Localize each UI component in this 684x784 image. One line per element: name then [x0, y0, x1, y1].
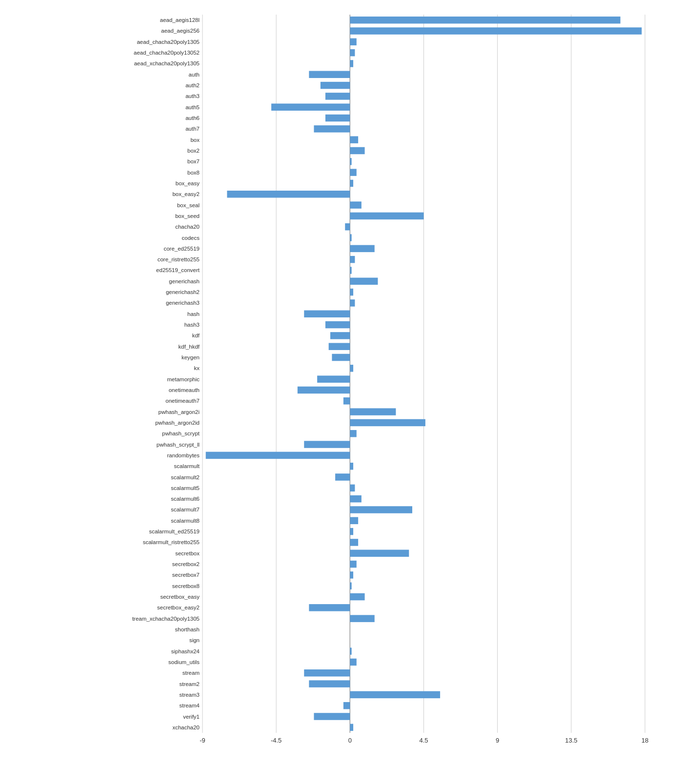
- bar: [350, 691, 440, 699]
- bar: [350, 278, 378, 285]
- y-axis-label: hash3: [184, 322, 200, 328]
- bar: [309, 680, 350, 687]
- y-axis-label: aead_aegis256: [161, 28, 200, 34]
- bar: [314, 713, 350, 720]
- bar: [350, 158, 351, 165]
- y-axis-label: box_easy: [176, 180, 200, 186]
- bar: [350, 517, 358, 525]
- y-axis-label: auth7: [185, 126, 200, 132]
- bar: [350, 213, 423, 220]
- y-axis-label: auth5: [185, 104, 200, 110]
- x-axis-tick-label: 18: [642, 737, 648, 744]
- y-axis-label: aead_chacha20poly13052: [134, 50, 200, 56]
- y-axis-label: shorthash: [175, 627, 200, 632]
- bar: [350, 506, 412, 513]
- bar: [350, 495, 362, 503]
- bar: [350, 136, 358, 143]
- bar: [350, 39, 356, 46]
- bar: [350, 561, 356, 568]
- bar: [271, 103, 350, 111]
- y-axis-label: secretbox7: [172, 572, 200, 578]
- y-axis-label: onetimeauth7: [165, 398, 200, 404]
- y-axis-label: box7: [187, 158, 200, 164]
- y-axis-label: sign: [189, 637, 200, 643]
- y-axis-label: scalarmult7: [171, 507, 200, 512]
- bar: [350, 245, 374, 253]
- y-axis-label: auth6: [185, 115, 200, 121]
- y-axis-label: auth: [189, 72, 200, 78]
- bar: [350, 571, 353, 579]
- bar: [325, 93, 350, 100]
- bar: [350, 463, 353, 470]
- bar: [329, 343, 350, 350]
- bar: [350, 408, 396, 415]
- bar: [350, 180, 353, 187]
- y-axis-label: scalarmult6: [171, 496, 200, 502]
- y-axis-label: stream4: [179, 703, 200, 708]
- y-axis-label: box_seed: [175, 213, 200, 219]
- y-axis-label: secretbox_easy: [160, 594, 200, 600]
- bar: [325, 115, 350, 122]
- y-axis-label: metamorphic: [167, 376, 200, 382]
- bar: [227, 191, 350, 198]
- y-axis-label: secretbox8: [172, 583, 200, 589]
- bar: [304, 310, 350, 317]
- bar: [350, 419, 425, 427]
- bar: [350, 365, 353, 372]
- bar: [350, 647, 351, 655]
- bar: [321, 82, 350, 89]
- bar: [350, 27, 642, 35]
- y-axis-label: box: [190, 137, 200, 143]
- bar: [350, 169, 356, 176]
- bar: [206, 452, 350, 459]
- bar: [350, 17, 620, 24]
- bar: [343, 397, 350, 405]
- bar: [350, 528, 353, 535]
- bar: [343, 702, 350, 709]
- bar: [350, 289, 353, 296]
- bar: [350, 615, 374, 622]
- y-axis-label: kdf: [192, 333, 200, 338]
- y-axis-label: hash: [187, 311, 200, 317]
- y-axis-label: kdf_hkdf: [179, 344, 200, 350]
- bar: [317, 375, 350, 383]
- x-axis-tick-label: 4.5: [419, 737, 428, 744]
- y-axis-label: core_ed25519: [163, 246, 200, 252]
- y-axis-label: scalarmult_ed25519: [149, 529, 200, 534]
- x-axis-tick-label: -9: [200, 737, 205, 744]
- y-axis-label: chacha20: [175, 224, 200, 230]
- chart-container: aead_aegis128laead_aegis256aead_chacha20…: [0, 0, 684, 784]
- y-axis-label: sodium_utils: [168, 659, 200, 665]
- y-axis-label: randombytes: [167, 452, 200, 458]
- y-axis-label: siphashx24: [171, 648, 200, 654]
- y-axis-label: pwhash_scrypt_ll: [157, 442, 200, 448]
- bar: [350, 60, 353, 67]
- x-axis-tick-label: 13.5: [565, 737, 577, 744]
- bar: [350, 299, 355, 307]
- y-axis-label: scalarmult: [174, 463, 200, 469]
- y-axis-label: scalarmult_ristretto255: [143, 539, 200, 545]
- y-axis-label: pwhash_argon2i: [159, 409, 200, 415]
- bar-chart: aead_aegis128laead_aegis256aead_chacha20…: [107, 10, 655, 755]
- y-axis-label: box_easy2: [172, 191, 200, 197]
- y-axis-label: generichash2: [166, 289, 200, 295]
- y-axis-label: stream2: [179, 681, 200, 687]
- y-axis-label: tream_xchacha20poly1305: [132, 616, 200, 622]
- y-axis-label: generichash: [169, 278, 200, 284]
- y-axis-label: kx: [194, 365, 200, 371]
- x-axis-tick-label: -4.5: [271, 737, 282, 744]
- y-axis-label: secretbox: [175, 550, 200, 556]
- y-axis-label: xchacha20: [172, 725, 200, 730]
- y-axis-label: codecs: [182, 235, 200, 241]
- bar: [350, 430, 356, 437]
- y-axis-label: scalarmult8: [171, 518, 200, 524]
- bar: [314, 125, 350, 133]
- bar: [350, 659, 356, 666]
- y-axis-label: verify1: [183, 714, 200, 720]
- y-axis-label: pwhash_argon2id: [155, 420, 200, 426]
- y-axis-label: box2: [187, 148, 200, 154]
- bar: [332, 354, 350, 361]
- y-axis-label: box_seal: [177, 202, 200, 208]
- y-axis-label: secretbox2: [172, 561, 200, 567]
- y-axis-label: stream3: [179, 692, 200, 698]
